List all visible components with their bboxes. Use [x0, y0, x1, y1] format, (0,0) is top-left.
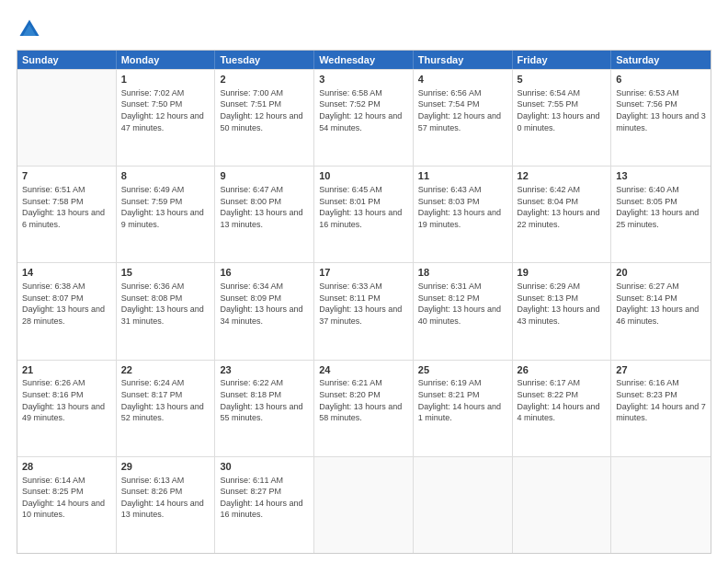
day-number: 9 — [220, 169, 309, 183]
calendar-cell: 14Sunrise: 6:38 AM Sunset: 8:07 PM Dayli… — [17, 263, 117, 359]
day-number: 25 — [418, 363, 507, 377]
calendar-cell: 13Sunrise: 6:40 AM Sunset: 8:05 PM Dayli… — [611, 167, 711, 262]
cell-sun-info: Sunrise: 7:00 AM Sunset: 7:51 PM Dayligh… — [220, 87, 309, 133]
day-number: 13 — [616, 169, 706, 183]
calendar-cell — [611, 457, 711, 553]
calendar-cell — [513, 457, 612, 553]
cell-sun-info: Sunrise: 6:11 AM Sunset: 8:27 PM Dayligh… — [220, 475, 309, 521]
calendar-body: 1Sunrise: 7:02 AM Sunset: 7:50 PM Daylig… — [17, 69, 711, 553]
calendar-cell: 17Sunrise: 6:33 AM Sunset: 8:11 PM Dayli… — [314, 263, 414, 359]
calendar-week-3: 14Sunrise: 6:38 AM Sunset: 8:07 PM Dayli… — [17, 262, 711, 359]
header-day-thursday: Thursday — [414, 51, 513, 69]
cell-sun-info: Sunrise: 6:54 AM Sunset: 7:55 PM Dayligh… — [518, 87, 607, 133]
calendar: SundayMondayTuesdayWednesdayThursdayFrid… — [17, 50, 711, 554]
cell-sun-info: Sunrise: 6:17 AM Sunset: 8:22 PM Dayligh… — [518, 377, 607, 423]
cell-sun-info: Sunrise: 6:43 AM Sunset: 8:03 PM Dayligh… — [418, 184, 507, 230]
cell-sun-info: Sunrise: 6:27 AM Sunset: 8:14 PM Dayligh… — [616, 281, 706, 327]
calendar-cell: 2Sunrise: 7:00 AM Sunset: 7:51 PM Daylig… — [215, 70, 314, 166]
calendar-cell — [314, 457, 414, 553]
calendar-week-5: 28Sunrise: 6:14 AM Sunset: 8:25 PM Dayli… — [17, 456, 711, 553]
day-number: 23 — [220, 363, 309, 377]
calendar-cell: 6Sunrise: 6:53 AM Sunset: 7:56 PM Daylig… — [611, 70, 711, 166]
cell-sun-info: Sunrise: 6:19 AM Sunset: 8:21 PM Dayligh… — [418, 377, 507, 423]
day-number: 7 — [22, 169, 111, 183]
day-number: 28 — [22, 460, 111, 474]
calendar-cell: 16Sunrise: 6:34 AM Sunset: 8:09 PM Dayli… — [215, 263, 314, 359]
cell-sun-info: Sunrise: 6:47 AM Sunset: 8:00 PM Dayligh… — [220, 184, 309, 230]
calendar-cell: 28Sunrise: 6:14 AM Sunset: 8:25 PM Dayli… — [17, 457, 117, 553]
cell-sun-info: Sunrise: 6:21 AM Sunset: 8:20 PM Dayligh… — [319, 377, 408, 423]
calendar-cell: 9Sunrise: 6:47 AM Sunset: 8:00 PM Daylig… — [215, 167, 314, 262]
calendar-header: SundayMondayTuesdayWednesdayThursdayFrid… — [17, 51, 711, 69]
header-day-tuesday: Tuesday — [215, 51, 314, 69]
cell-sun-info: Sunrise: 6:40 AM Sunset: 8:05 PM Dayligh… — [616, 184, 706, 230]
day-number: 10 — [319, 169, 408, 183]
day-number: 3 — [319, 73, 408, 86]
day-number: 11 — [418, 169, 507, 183]
calendar-cell: 10Sunrise: 6:45 AM Sunset: 8:01 PM Dayli… — [314, 167, 414, 262]
header-day-wednesday: Wednesday — [314, 51, 414, 69]
cell-sun-info: Sunrise: 6:56 AM Sunset: 7:54 PM Dayligh… — [418, 87, 507, 133]
cell-sun-info: Sunrise: 6:34 AM Sunset: 8:09 PM Dayligh… — [220, 281, 309, 327]
header-day-saturday: Saturday — [611, 51, 711, 69]
day-number: 21 — [22, 363, 111, 377]
day-number: 1 — [121, 73, 210, 86]
day-number: 18 — [418, 266, 507, 280]
calendar-cell: 5Sunrise: 6:54 AM Sunset: 7:55 PM Daylig… — [513, 70, 612, 166]
cell-sun-info: Sunrise: 7:02 AM Sunset: 7:50 PM Dayligh… — [121, 87, 210, 133]
day-number: 24 — [319, 363, 408, 377]
calendar-cell: 4Sunrise: 6:56 AM Sunset: 7:54 PM Daylig… — [414, 70, 513, 166]
calendar-cell: 30Sunrise: 6:11 AM Sunset: 8:27 PM Dayli… — [215, 457, 314, 553]
day-number: 14 — [22, 266, 111, 280]
logo — [17, 17, 46, 42]
day-number: 29 — [121, 460, 210, 474]
calendar-cell: 25Sunrise: 6:19 AM Sunset: 8:21 PM Dayli… — [414, 361, 513, 456]
header — [17, 17, 711, 42]
calendar-cell: 24Sunrise: 6:21 AM Sunset: 8:20 PM Dayli… — [314, 361, 414, 456]
day-number: 5 — [518, 73, 607, 86]
day-number: 15 — [121, 266, 210, 280]
day-number: 6 — [616, 73, 706, 86]
cell-sun-info: Sunrise: 6:14 AM Sunset: 8:25 PM Dayligh… — [22, 475, 111, 521]
cell-sun-info: Sunrise: 6:24 AM Sunset: 8:17 PM Dayligh… — [121, 377, 210, 423]
calendar-cell: 23Sunrise: 6:22 AM Sunset: 8:18 PM Dayli… — [215, 361, 314, 456]
calendar-cell: 11Sunrise: 6:43 AM Sunset: 8:03 PM Dayli… — [414, 167, 513, 262]
cell-sun-info: Sunrise: 6:49 AM Sunset: 7:59 PM Dayligh… — [121, 184, 210, 230]
calendar-cell: 18Sunrise: 6:31 AM Sunset: 8:12 PM Dayli… — [414, 263, 513, 359]
calendar-week-1: 1Sunrise: 7:02 AM Sunset: 7:50 PM Daylig… — [17, 69, 711, 166]
cell-sun-info: Sunrise: 6:33 AM Sunset: 8:11 PM Dayligh… — [319, 281, 408, 327]
header-day-sunday: Sunday — [17, 51, 117, 69]
cell-sun-info: Sunrise: 6:58 AM Sunset: 7:52 PM Dayligh… — [319, 87, 408, 133]
cell-sun-info: Sunrise: 6:53 AM Sunset: 7:56 PM Dayligh… — [616, 87, 706, 133]
calendar-cell: 8Sunrise: 6:49 AM Sunset: 7:59 PM Daylig… — [117, 167, 216, 262]
calendar-cell: 15Sunrise: 6:36 AM Sunset: 8:08 PM Dayli… — [117, 263, 216, 359]
calendar-cell: 1Sunrise: 7:02 AM Sunset: 7:50 PM Daylig… — [117, 70, 216, 166]
calendar-week-4: 21Sunrise: 6:26 AM Sunset: 8:16 PM Dayli… — [17, 360, 711, 456]
calendar-cell: 26Sunrise: 6:17 AM Sunset: 8:22 PM Dayli… — [513, 361, 612, 456]
calendar-cell: 3Sunrise: 6:58 AM Sunset: 7:52 PM Daylig… — [314, 70, 414, 166]
day-number: 30 — [220, 460, 309, 474]
day-number: 27 — [616, 363, 706, 377]
cell-sun-info: Sunrise: 6:16 AM Sunset: 8:23 PM Dayligh… — [616, 377, 706, 423]
cell-sun-info: Sunrise: 6:22 AM Sunset: 8:18 PM Dayligh… — [220, 377, 309, 423]
day-number: 20 — [616, 266, 706, 280]
day-number: 2 — [220, 73, 309, 86]
calendar-week-2: 7Sunrise: 6:51 AM Sunset: 7:58 PM Daylig… — [17, 166, 711, 262]
cell-sun-info: Sunrise: 6:38 AM Sunset: 8:07 PM Dayligh… — [22, 281, 111, 327]
calendar-cell: 12Sunrise: 6:42 AM Sunset: 8:04 PM Dayli… — [513, 167, 612, 262]
cell-sun-info: Sunrise: 6:31 AM Sunset: 8:12 PM Dayligh… — [418, 281, 507, 327]
logo-icon — [17, 17, 42, 42]
calendar-cell: 29Sunrise: 6:13 AM Sunset: 8:26 PM Dayli… — [117, 457, 216, 553]
day-number: 19 — [518, 266, 607, 280]
cell-sun-info: Sunrise: 6:26 AM Sunset: 8:16 PM Dayligh… — [22, 377, 111, 423]
page: SundayMondayTuesdayWednesdayThursdayFrid… — [0, 0, 728, 563]
calendar-cell — [414, 457, 513, 553]
calendar-cell — [17, 70, 117, 166]
cell-sun-info: Sunrise: 6:42 AM Sunset: 8:04 PM Dayligh… — [518, 184, 607, 230]
day-number: 16 — [220, 266, 309, 280]
day-number: 22 — [121, 363, 210, 377]
header-day-friday: Friday — [513, 51, 612, 69]
cell-sun-info: Sunrise: 6:45 AM Sunset: 8:01 PM Dayligh… — [319, 184, 408, 230]
header-day-monday: Monday — [117, 51, 216, 69]
calendar-cell: 22Sunrise: 6:24 AM Sunset: 8:17 PM Dayli… — [117, 361, 216, 456]
